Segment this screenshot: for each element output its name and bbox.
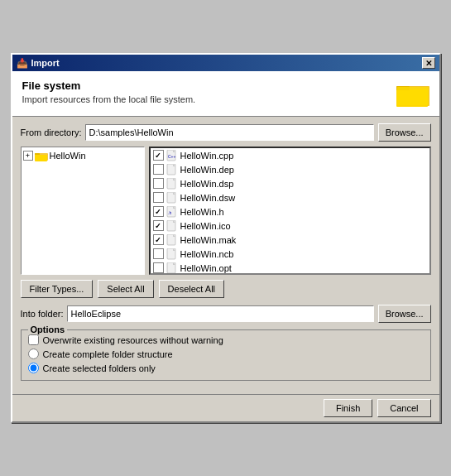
file-type-icon <box>166 262 178 274</box>
svg-rect-4 <box>397 87 429 105</box>
file-type-icon <box>166 178 178 190</box>
file-name: HelloWin.mak <box>180 235 237 245</box>
svg-rect-6 <box>35 155 47 161</box>
bottom-bar: Finish Cancel <box>12 394 439 421</box>
option-label-1: Create complete folder structure <box>43 349 173 359</box>
file-item: .hHelloWin.h <box>151 204 429 219</box>
file-checkbox[interactable] <box>153 178 164 189</box>
tree-expand-button[interactable]: + <box>23 151 33 161</box>
into-folder-label: Into folder: <box>21 309 64 319</box>
content-area: From directory: Browse... + HelloWin <box>12 117 439 394</box>
import-dialog: 📥 Import ✕ File system Import resources … <box>11 53 441 423</box>
close-button[interactable]: ✕ <box>422 57 435 69</box>
tree-root-label: HelloWin <box>50 151 86 161</box>
folder-browse-button[interactable]: Browse... <box>378 305 431 323</box>
file-action-buttons: Filter Types... Select All Deselect All <box>21 280 431 298</box>
options-legend: Options <box>28 325 68 334</box>
tree-panel[interactable]: + HelloWin <box>21 147 145 275</box>
svg-rect-7 <box>35 153 40 155</box>
option-item-1: Create complete folder structure <box>28 349 424 359</box>
svg-text:C++: C++ <box>168 154 176 159</box>
file-type-icon: C++ <box>166 150 178 161</box>
file-type-icon <box>166 234 178 246</box>
file-panel: + HelloWin C++HelloWin.cppHelloWin.depHe… <box>21 147 431 275</box>
header-description: Import resources from the local file sys… <box>22 94 196 104</box>
directory-browse-button[interactable]: Browse... <box>378 123 431 142</box>
radio-input-1[interactable] <box>28 349 39 359</box>
option-label-0: Overwrite existing resources without war… <box>43 335 223 345</box>
file-type-icon <box>166 248 178 260</box>
file-name: HelloWin.dep <box>180 165 234 175</box>
file-item: HelloWin.mak <box>151 233 429 247</box>
header-text: File system Import resources from the lo… <box>22 79 196 104</box>
file-item: HelloWin.ncb <box>151 247 429 261</box>
from-directory-label: From directory: <box>21 127 82 137</box>
file-item: HelloWin.dsw <box>151 190 429 204</box>
file-type-icon <box>166 192 178 204</box>
file-checkbox[interactable] <box>153 248 164 259</box>
file-item: HelloWin.dep <box>151 162 429 176</box>
file-name: HelloWin.dsw <box>180 193 236 203</box>
file-checkbox[interactable] <box>153 234 164 245</box>
folder-input[interactable] <box>67 305 373 322</box>
cancel-button[interactable]: Cancel <box>377 399 430 417</box>
svg-text:.h: .h <box>168 210 171 215</box>
file-name: HelloWin.opt <box>180 263 232 273</box>
file-type-icon: .h <box>166 206 178 218</box>
header-section: File system Import resources from the lo… <box>12 71 439 117</box>
radio-input-2[interactable] <box>28 363 39 373</box>
tree-root-item[interactable]: + HelloWin <box>23 149 142 162</box>
file-item: HelloWin.opt <box>151 261 429 275</box>
dialog-title: Import <box>31 58 60 68</box>
folder-icon-large <box>396 79 429 108</box>
title-bar: 📥 Import ✕ <box>12 55 439 71</box>
file-list-panel[interactable]: C++HelloWin.cppHelloWin.depHelloWin.dspH… <box>149 147 431 275</box>
directory-input[interactable] <box>85 124 373 141</box>
options-group: Options Overwrite existing resources wit… <box>21 329 431 381</box>
file-item: HelloWin.dsp <box>151 176 429 190</box>
file-name: HelloWin.ncb <box>180 249 234 259</box>
file-list: C++HelloWin.cppHelloWin.depHelloWin.dspH… <box>151 148 429 275</box>
file-name: HelloWin.ico <box>180 221 231 231</box>
file-checkbox[interactable] <box>153 206 164 217</box>
file-item: HelloWin.ico <box>151 219 429 233</box>
tree-folder-icon <box>35 150 48 161</box>
finish-button[interactable]: Finish <box>324 399 372 417</box>
checkbox-input-0[interactable] <box>28 334 39 345</box>
file-type-icon <box>166 164 178 175</box>
option-label-2: Create selected folders only <box>43 363 156 373</box>
file-name: HelloWin.dsp <box>180 179 234 189</box>
file-type-icon <box>166 220 178 232</box>
file-checkbox[interactable] <box>153 150 164 161</box>
file-name: HelloWin.h <box>180 207 224 217</box>
title-bar-content: 📥 Import <box>17 58 60 69</box>
file-name: HelloWin.cpp <box>180 151 234 161</box>
file-checkbox[interactable] <box>153 192 164 203</box>
file-checkbox[interactable] <box>153 262 164 273</box>
header-title: File system <box>22 79 196 92</box>
file-checkbox[interactable] <box>153 164 164 175</box>
option-item-0: Overwrite existing resources without war… <box>28 334 424 345</box>
option-item-2: Create selected folders only <box>28 363 424 373</box>
dialog-icon: 📥 <box>17 58 28 69</box>
deselect-all-button[interactable]: Deselect All <box>159 280 224 298</box>
filter-types-button[interactable]: Filter Types... <box>21 280 94 298</box>
select-all-button[interactable]: Select All <box>98 280 153 298</box>
file-checkbox[interactable] <box>153 220 164 231</box>
options-list: Overwrite existing resources without war… <box>28 334 424 373</box>
into-folder-row: Into folder: Browse... <box>21 305 431 323</box>
from-directory-row: From directory: Browse... <box>21 123 431 142</box>
file-item: C++HelloWin.cpp <box>151 148 429 162</box>
